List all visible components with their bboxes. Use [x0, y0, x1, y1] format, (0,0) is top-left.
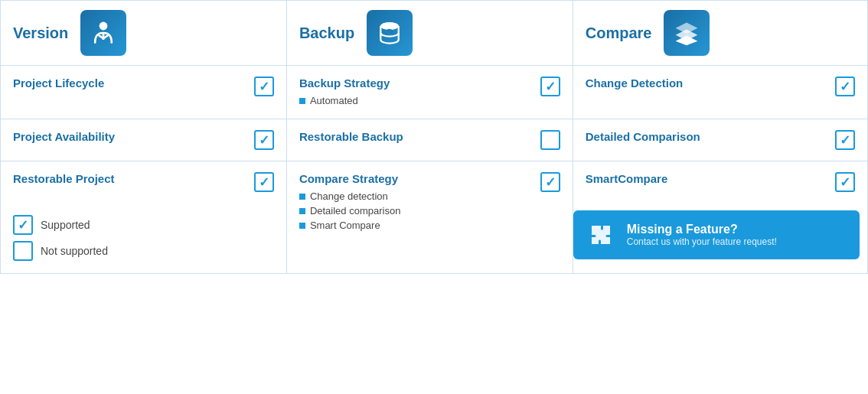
restorable-backup-label: Restorable Backup: [299, 130, 403, 143]
compare-strategy-check: [540, 172, 560, 192]
detailed-comparison-label: Detailed Comparison: [586, 130, 700, 143]
backup-title: Backup: [299, 24, 354, 42]
lifecycle-check: [254, 77, 274, 96]
compare-strategy-cell: Compare Strategy Change detection Detail…: [286, 161, 573, 274]
backup-strategy-sublist: Automated: [299, 93, 540, 108]
restorable-project-check: [254, 172, 274, 192]
detailed-comparison-check: [835, 130, 855, 150]
legend-supported: Supported: [13, 215, 274, 235]
detailed-comparison-block: Detailed Comparison: [586, 130, 835, 144]
compare-strategy-sub-1: Detailed comparison: [299, 204, 540, 218]
detailed-comparison-cell: Detailed Comparison: [573, 119, 867, 161]
compare-strategy-sub-2: Smart Compare: [299, 218, 540, 233]
restorable-backup-cell: Restorable Backup: [286, 119, 573, 161]
compare-strategy-sub-0: Change detection: [299, 189, 540, 204]
version-header: Version: [1, 1, 287, 66]
backup-header: Backup: [286, 1, 573, 66]
change-detection-cell: Change Detection: [573, 66, 867, 119]
compare-icon-box: [664, 10, 710, 56]
compare-header: Compare: [573, 1, 867, 66]
compare-title: Compare: [586, 24, 652, 42]
banner-subtitle: Contact us with your feature request!: [627, 236, 777, 247]
puzzle-icon: [584, 218, 618, 252]
legend-not-supported: Not supported: [13, 241, 274, 261]
change-detection-block: Change Detection: [586, 77, 835, 90]
restorable-backup-check: [540, 130, 560, 150]
database-icon: [376, 19, 403, 47]
backup-strategy-block: Backup Strategy Automated: [299, 77, 540, 108]
compare-strategy-block: Compare Strategy Change detection Detail…: [299, 172, 540, 233]
version-icon-box: [80, 10, 126, 56]
smart-compare-label: SmartCompare: [586, 172, 668, 185]
banner-text-block: Missing a Feature? Contact us with your …: [627, 223, 777, 247]
version-lifecycle-cell: Project Lifecycle: [1, 66, 287, 119]
person-icon: [90, 19, 117, 47]
smart-compare-cell: SmartCompare Missing a Feature? Contact …: [573, 161, 867, 274]
project-availability-block: Project Availability: [13, 130, 254, 144]
backup-strategy-sub-0: Automated: [299, 93, 540, 108]
restorable-project-block: Restorable Project: [13, 172, 254, 186]
backup-strategy-label: Backup Strategy: [299, 77, 390, 90]
backup-icon-box: [367, 10, 413, 56]
backup-strategy-check: [540, 77, 560, 96]
svg-point-5: [380, 23, 398, 30]
legend-not-supported-label: Not supported: [41, 245, 108, 257]
legend-supported-icon: [13, 215, 33, 235]
banner-title: Missing a Feature?: [627, 223, 777, 236]
smart-compare-block: SmartCompare: [586, 172, 835, 186]
project-lifecycle-block: Project Lifecycle: [13, 77, 254, 90]
backup-strategy-cell: Backup Strategy Automated: [286, 66, 573, 119]
change-detection-label: Change Detection: [586, 77, 684, 90]
svg-point-0: [100, 22, 108, 31]
smart-compare-check: [835, 172, 855, 192]
compare-strategy-sublist: Change detection Detailed comparison Sma…: [299, 189, 540, 233]
version-restorable-cell: Restorable Project Supported Not support…: [1, 161, 287, 274]
layers-icon: [673, 19, 700, 47]
version-availability-cell: Project Availability: [1, 119, 287, 161]
availability-check: [254, 130, 274, 150]
missing-feature-banner[interactable]: Missing a Feature? Contact us with your …: [573, 210, 860, 259]
compare-strategy-label: Compare Strategy: [299, 172, 398, 185]
project-availability-label: Project Availability: [13, 130, 115, 143]
version-title: Version: [13, 24, 68, 42]
legend-supported-label: Supported: [41, 219, 90, 231]
restorable-project-label: Restorable Project: [13, 172, 115, 185]
change-detection-check: [835, 77, 855, 96]
legend-area: Supported Not supported: [1, 203, 286, 273]
svg-marker-9: [676, 36, 698, 46]
project-lifecycle-label: Project Lifecycle: [13, 77, 104, 90]
restorable-backup-block: Restorable Backup: [299, 130, 540, 144]
legend-not-supported-icon: [13, 241, 33, 261]
